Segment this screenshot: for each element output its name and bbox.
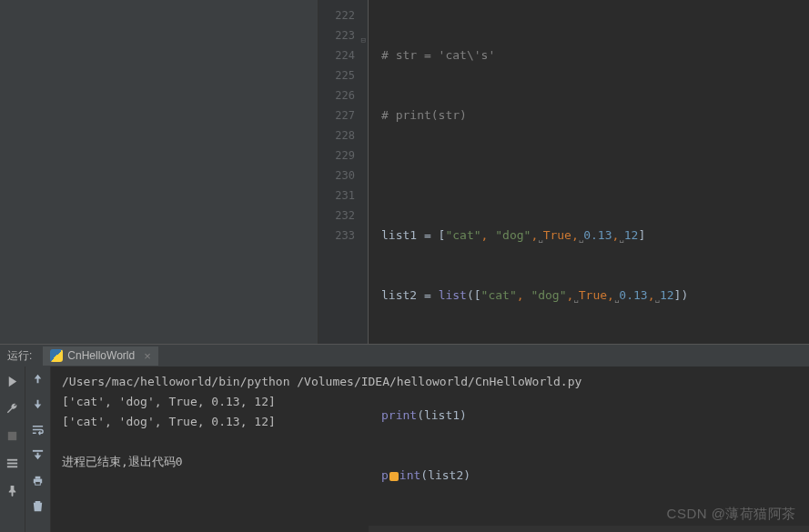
line-number: 227: [319, 105, 368, 125]
run-toolbar-left: [0, 366, 25, 532]
line-number: 223⊟: [319, 25, 368, 45]
pin-icon[interactable]: [4, 481, 22, 499]
svg-rect-6: [35, 477, 41, 479]
line-number: 230: [319, 166, 368, 186]
down-arrow-icon[interactable]: [31, 397, 45, 414]
line-number: 225: [319, 65, 368, 85]
svg-rect-1: [7, 458, 17, 460]
run-tab[interactable]: CnHelloWorld ×: [43, 346, 157, 366]
line-number: 222: [319, 5, 368, 25]
line-number: 233: [319, 226, 368, 246]
svg-rect-0: [8, 431, 16, 439]
svg-rect-2: [7, 462, 17, 464]
line-number: 231: [319, 186, 368, 206]
wrench-icon[interactable]: [4, 399, 22, 417]
close-icon[interactable]: ×: [144, 349, 151, 363]
editor-area: 222 223⊟ 224 225 226 227 228 229 230 231…: [319, 0, 809, 344]
up-arrow-icon[interactable]: [31, 372, 45, 388]
line-number: 229: [319, 146, 368, 166]
svg-rect-4: [33, 450, 43, 452]
code-editor[interactable]: # str = 'cat\'s' # print(str) list1 = ["…: [368, 0, 809, 344]
line-number: 228: [319, 125, 368, 146]
run-tab-label: CnHelloWorld: [67, 349, 135, 362]
comment: # str = 'cat\'s': [381, 48, 495, 62]
line-number: 224: [319, 45, 368, 65]
scroll-to-end-icon[interactable]: [31, 448, 45, 465]
line-number: 226: [319, 85, 368, 105]
stop-button[interactable]: [4, 427, 22, 445]
svg-rect-8: [35, 481, 41, 485]
intention-bulb-icon[interactable]: [389, 472, 399, 481]
project-sidebar: [0, 0, 319, 344]
run-toolbar-right: [25, 366, 51, 532]
python-icon: [50, 349, 63, 362]
soft-wrap-icon[interactable]: [31, 423, 45, 439]
run-label: 运行:: [7, 348, 32, 364]
line-number: 232: [319, 206, 368, 226]
svg-rect-3: [7, 466, 17, 467]
trash-icon[interactable]: [31, 499, 45, 516]
layout-icon[interactable]: [4, 454, 22, 472]
comment: # print(str): [381, 108, 467, 122]
current-line: [369, 526, 809, 532]
print-icon[interactable]: [31, 474, 45, 490]
rerun-button[interactable]: [4, 372, 22, 390]
top-panel: 222 223⊟ 224 225 226 227 228 229 230 231…: [0, 0, 809, 344]
watermark: CSDN @薄荷猫阿茶: [667, 506, 796, 523]
line-number-gutter: 222 223⊟ 224 225 226 227 228 229 230 231…: [319, 0, 368, 344]
